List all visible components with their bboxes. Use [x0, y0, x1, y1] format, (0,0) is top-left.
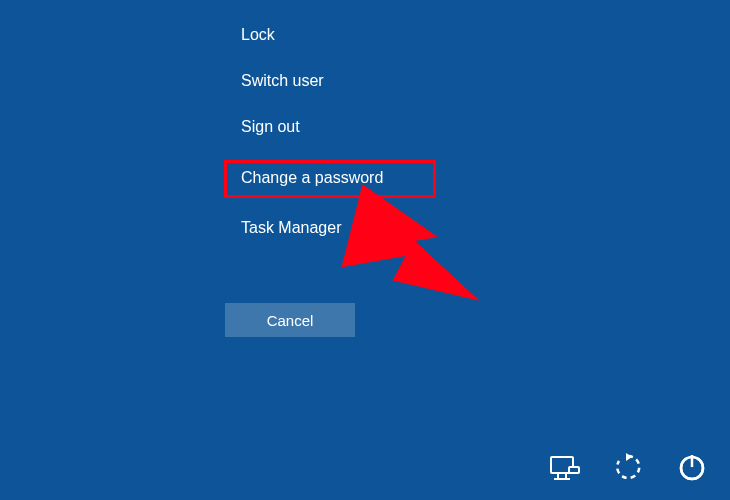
menu-item-sign-out[interactable]: Sign out — [227, 114, 314, 140]
restart-icon — [612, 451, 644, 483]
ease-of-access-icon — [548, 451, 580, 483]
menu-item-lock[interactable]: Lock — [227, 22, 289, 48]
menu-item-switch-user[interactable]: Switch user — [227, 68, 338, 94]
cancel-button[interactable]: Cancel — [225, 303, 355, 337]
menu-item-task-manager[interactable]: Task Manager — [227, 215, 356, 241]
cancel-button-label: Cancel — [267, 312, 314, 329]
ctrl-alt-del-menu: Lock Switch user Sign out Change a passw… — [227, 22, 436, 261]
menu-item-label: Lock — [241, 26, 275, 43]
menu-item-label: Sign out — [241, 118, 300, 135]
svg-marker-6 — [626, 453, 632, 461]
menu-item-label: Switch user — [241, 72, 324, 89]
power-button[interactable] — [674, 449, 710, 485]
ease-of-access-button[interactable] — [546, 449, 582, 485]
menu-item-label: Change a password — [241, 169, 383, 186]
bottom-icon-bar — [546, 449, 710, 485]
power-icon — [676, 451, 708, 483]
svg-rect-5 — [569, 467, 579, 473]
network-button[interactable] — [610, 449, 646, 485]
menu-item-label: Task Manager — [241, 219, 342, 236]
menu-item-change-password[interactable]: Change a password — [224, 160, 436, 198]
